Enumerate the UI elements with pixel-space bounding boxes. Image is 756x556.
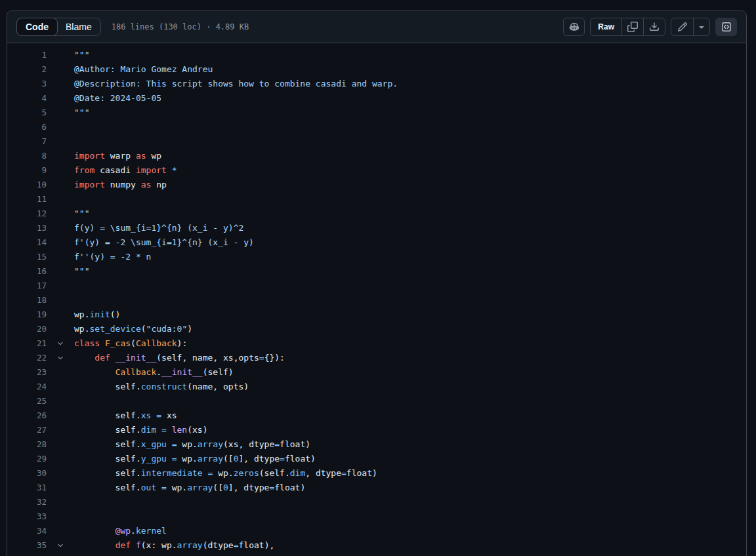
code-line: 28 self.x_gpu = wp.array(xs, dtype=float… xyxy=(7,437,746,452)
fold-spacer xyxy=(47,423,74,437)
fold-spacer xyxy=(47,466,74,481)
line-number[interactable]: 30 xyxy=(7,466,47,481)
fold-toggle[interactable] xyxy=(47,351,74,365)
symbols-button[interactable] xyxy=(715,18,737,36)
fold-spacer xyxy=(47,77,74,91)
line-number[interactable]: 22 xyxy=(7,351,47,365)
file-info-text: 186 lines (130 loc) · 4.89 KB xyxy=(112,22,249,31)
code-line: 23 Callback.__init__(self) xyxy=(7,365,746,380)
code-line: 22 def __init__(self, name, xs,opts={}): xyxy=(7,351,746,365)
code-text: @Author: Mario Gomez Andreu xyxy=(74,62,213,77)
code-text: Callback.__init__(self) xyxy=(74,365,234,380)
line-number[interactable]: 24 xyxy=(7,380,47,394)
code-text: @Description: This script shows how to c… xyxy=(74,77,398,91)
code-line: 8import warp as wp xyxy=(7,149,746,163)
fold-toggle[interactable] xyxy=(47,336,74,351)
chevron-down-icon xyxy=(56,542,64,549)
code-line: 18 xyxy=(7,293,746,308)
fold-spacer xyxy=(47,437,74,452)
code-line: 25 xyxy=(7,394,746,408)
fold-spacer xyxy=(47,163,74,178)
line-number[interactable]: 15 xyxy=(7,250,47,264)
fold-spacer xyxy=(47,106,74,120)
code-text: f''(y) = -2 * n xyxy=(74,250,151,264)
code-line: 2@Author: Mario Gomez Andreu xyxy=(7,62,746,77)
code-line: 19wp.init() xyxy=(7,308,746,322)
file-view-container: Code Blame 186 lines (130 loc) · 4.89 KB… xyxy=(7,10,747,556)
code-line: 30 self.intermediate = wp.zeros(self.dim… xyxy=(7,466,746,481)
line-number[interactable]: 19 xyxy=(7,308,47,322)
fold-toggle[interactable] xyxy=(47,538,74,553)
line-number[interactable]: 7 xyxy=(7,134,47,149)
code-line: 9from casadi import * xyxy=(7,163,746,178)
code-text: def __init__(self, name, xs,opts={}): xyxy=(74,351,285,365)
code-line: 21class F_cas(Callback): xyxy=(7,336,746,351)
tab-code[interactable]: Code xyxy=(16,18,58,36)
line-number[interactable]: 9 xyxy=(7,163,47,178)
line-number[interactable]: 14 xyxy=(7,235,47,250)
line-number[interactable]: 25 xyxy=(7,394,47,408)
code-text: wp.set_device("cuda:0") xyxy=(74,322,192,336)
fold-spacer xyxy=(47,394,74,408)
copilot-icon xyxy=(569,22,579,32)
line-number[interactable]: 3 xyxy=(7,77,47,91)
fold-spacer xyxy=(47,308,74,322)
edit-button[interactable] xyxy=(671,18,693,35)
line-number[interactable]: 17 xyxy=(7,279,47,293)
line-number[interactable]: 26 xyxy=(7,408,47,423)
line-number[interactable]: 6 xyxy=(7,120,47,134)
line-number[interactable]: 10 xyxy=(7,178,47,192)
raw-button[interactable]: Raw xyxy=(591,18,621,35)
line-number[interactable]: 33 xyxy=(7,509,47,524)
line-number[interactable]: 1 xyxy=(7,48,47,62)
line-number[interactable]: 23 xyxy=(7,365,47,380)
code-line: 32 xyxy=(7,495,746,509)
code-line: 7 xyxy=(7,134,746,149)
line-number[interactable]: 2 xyxy=(7,62,47,77)
line-number[interactable]: 21 xyxy=(7,336,47,351)
fold-spacer xyxy=(47,293,74,308)
line-number[interactable]: 31 xyxy=(7,481,47,495)
code-text: def f(x: wp.array(dtype=float), xyxy=(74,538,274,553)
line-number[interactable]: 32 xyxy=(7,495,47,509)
fold-spacer xyxy=(47,134,74,149)
line-number[interactable]: 4 xyxy=(7,91,47,106)
fold-spacer xyxy=(47,48,74,62)
line-number[interactable]: 34 xyxy=(7,524,47,538)
tab-blame[interactable]: Blame xyxy=(57,18,100,35)
line-number[interactable]: 35 xyxy=(7,538,47,553)
line-number[interactable]: 20 xyxy=(7,322,47,336)
line-number[interactable]: 28 xyxy=(7,437,47,452)
download-button[interactable] xyxy=(643,18,665,35)
fold-spacer xyxy=(47,192,74,207)
code-text: """ xyxy=(74,207,89,221)
line-number[interactable]: 27 xyxy=(7,423,47,437)
line-number[interactable]: 16 xyxy=(7,264,47,279)
code-text: self.intermediate = wp.zeros(self.dim, d… xyxy=(74,466,377,481)
line-number[interactable]: 12 xyxy=(7,207,47,221)
fold-spacer xyxy=(47,264,74,279)
chevron-down-icon xyxy=(56,354,64,362)
copilot-button[interactable] xyxy=(563,18,585,36)
line-number[interactable]: 8 xyxy=(7,149,47,163)
copy-button[interactable] xyxy=(621,18,643,35)
fold-spacer xyxy=(47,250,74,264)
code-line: 26 self.xs = xs xyxy=(7,408,746,423)
line-number[interactable]: 29 xyxy=(7,452,47,466)
file-header-toolbar: Code Blame 186 lines (130 loc) · 4.89 KB… xyxy=(7,11,746,43)
pencil-icon xyxy=(677,22,688,32)
line-number[interactable]: 11 xyxy=(7,192,47,207)
code-line: 27 self.dim = len(xs) xyxy=(7,423,746,437)
code-text: class F_cas(Callback): xyxy=(74,336,187,351)
code-line: 13f(y) = \sum_{i=1}^{n} (x_i - y)^2 xyxy=(7,221,746,235)
line-number[interactable]: 5 xyxy=(7,106,47,120)
fold-spacer xyxy=(47,408,74,423)
code-line: 20wp.set_device("cuda:0") xyxy=(7,322,746,336)
edit-dropdown-button[interactable] xyxy=(693,18,709,35)
fold-spacer xyxy=(47,380,74,394)
download-icon xyxy=(649,22,660,32)
fold-spacer xyxy=(47,221,74,235)
code-line: 5""" xyxy=(7,106,746,120)
line-number[interactable]: 18 xyxy=(7,293,47,308)
line-number[interactable]: 13 xyxy=(7,221,47,235)
